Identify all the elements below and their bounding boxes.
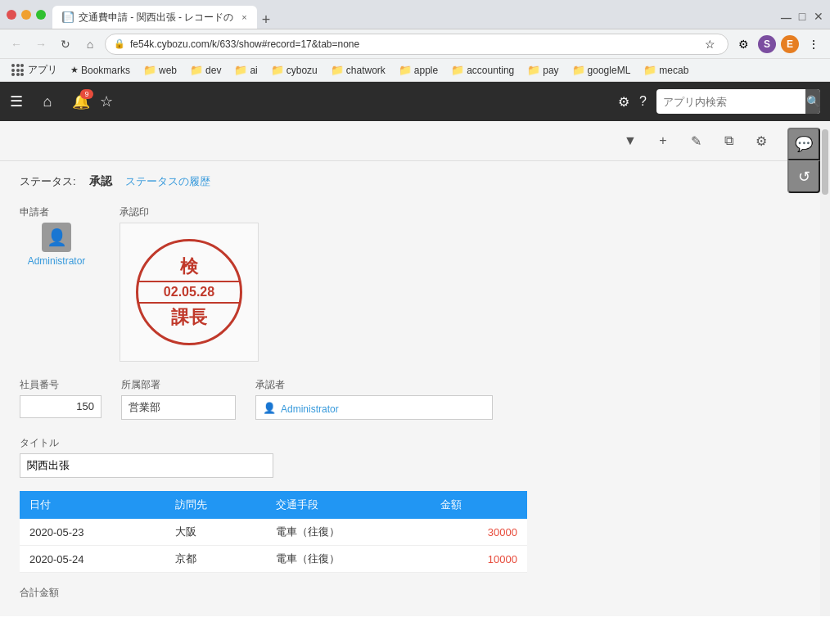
bookmark-mecab[interactable]: 📁 mecab	[638, 62, 693, 78]
chevron-down-icon: ▼	[624, 133, 637, 148]
window-restore-os-button[interactable]: □	[797, 10, 807, 20]
stamp-circle: 検 02.05.28 課長	[136, 239, 242, 345]
department-block: 所属部署 営業部	[121, 378, 236, 420]
favorites-button[interactable]: ☆	[100, 92, 113, 110]
window-close-button[interactable]	[7, 10, 16, 20]
help-button[interactable]: ?	[639, 94, 647, 109]
bookmark-chatwork-label: chatwork	[346, 65, 386, 76]
stamp-date-text: 02.05.28	[138, 281, 240, 304]
bookmark-googleml[interactable]: 📁 googleML	[567, 62, 636, 78]
menu-hamburger-button[interactable]: ☰	[10, 92, 23, 110]
cell-amount-2: 10000	[431, 546, 527, 573]
main-content: 💬 ↺ ▼ + ✎ ⧉ ⚙ ··· ステータス:	[0, 121, 830, 616]
approver-name[interactable]: Administrator	[281, 403, 339, 415]
comment-sidebar-button[interactable]: 💬	[787, 128, 820, 160]
status-history-link[interactable]: ステータスの履歴	[125, 174, 210, 189]
window-close-os-button[interactable]: ✕	[814, 10, 823, 20]
home-button[interactable]: ⌂	[33, 87, 62, 116]
record-settings-button[interactable]: ⚙	[748, 128, 774, 154]
address-bar[interactable]: 🔒 fe54k.cybozu.com/k/633/show#record=17&…	[105, 34, 729, 55]
folder-chatwork-icon: 📁	[331, 64, 344, 76]
edit-button[interactable]: ✎	[683, 128, 709, 154]
profile-e-avatar[interactable]: E	[781, 35, 799, 53]
history-icon: ↺	[798, 168, 810, 186]
dropdown-button[interactable]: ▼	[617, 128, 643, 154]
bookmark-apps[interactable]: アプリ	[7, 61, 62, 79]
window-min-os-button[interactable]: ─	[781, 10, 791, 20]
cell-transport-2: 電車（往復）	[266, 546, 430, 573]
search-input[interactable]	[663, 96, 801, 108]
bookmark-bookmarks-label: Bookmarks	[81, 65, 130, 76]
top-section: 申請者 👤 Administrator 承認印 検 02.05.28 課長	[20, 205, 801, 362]
search-submit-button[interactable]: 🔍	[805, 89, 820, 114]
employee-num-value: 150	[20, 395, 101, 418]
scrollbar[interactable]	[820, 121, 830, 616]
bottom-fields: 社員番号 150 所属部署 営業部 承認者 👤 Administrator	[20, 378, 801, 420]
plus-icon: +	[659, 133, 666, 148]
notification-badge: 9	[80, 89, 93, 99]
department-value: 営業部	[121, 395, 236, 420]
bookmarks-bar: アプリ ★ Bookmarks 📁 web 📁 dev 📁 ai 📁 cyboz…	[0, 59, 830, 82]
applicant-avatar-block: 👤 Administrator	[20, 223, 93, 267]
window-max-button[interactable]	[36, 10, 46, 20]
active-tab[interactable]: 📄 交通費申請 - 関西出張 - レコードの ×	[52, 6, 257, 29]
tab-title: 交通費申請 - 関西出張 - レコードの	[79, 11, 233, 25]
status-value: 承認	[89, 174, 112, 189]
stamp-block: 検 02.05.28 課長	[120, 223, 259, 362]
nav-home-button[interactable]: ⌂	[80, 34, 100, 54]
app-header: ☰ ⌂ 🔔 9 ☆ ⚙ ? 🔍	[0, 82, 830, 121]
bookmark-ai[interactable]: 📁 ai	[229, 62, 262, 78]
bookmark-accounting[interactable]: 📁 accounting	[446, 62, 519, 78]
scrollbar-thumb[interactable]	[822, 129, 828, 195]
tab-close-button[interactable]: ×	[241, 12, 246, 22]
tab-bar: 📄 交通費申請 - 関西出張 - レコードの × +	[52, 0, 774, 29]
cell-destination-2: 京都	[165, 546, 267, 573]
notification-wrapper: 🔔 9	[72, 92, 90, 110]
apps-grid-icon	[11, 64, 24, 76]
search-box[interactable]: 🔍	[656, 89, 820, 114]
nav-forward-button[interactable]: →	[31, 34, 51, 54]
cell-transport-1: 電車（往復）	[266, 519, 430, 546]
browser-menu-button[interactable]: ⋮	[804, 34, 823, 54]
add-button[interactable]: +	[650, 128, 676, 154]
approver-label: 承認者	[255, 378, 493, 392]
user-icon: 👤	[47, 227, 67, 247]
employee-num-block: 社員番号 150	[20, 378, 101, 420]
folder-apple-icon: 📁	[399, 64, 412, 76]
bookmark-cybozu[interactable]: 📁 cybozu	[266, 62, 323, 78]
extensions-button[interactable]: ⚙	[733, 34, 753, 54]
copy-button[interactable]: ⧉	[715, 128, 742, 154]
window-min-button[interactable]	[21, 10, 31, 20]
total-label: 合計金額	[20, 586, 801, 600]
comment-icon: 💬	[795, 135, 813, 153]
title-value: 関西出張	[20, 453, 273, 478]
settings-button[interactable]: ⚙	[618, 94, 629, 110]
bookmark-apple-label: apple	[414, 65, 438, 76]
expense-table: 日付 訪問先 交通手段 金額 2020-05-23 大阪 電車（往復） 3000…	[20, 491, 527, 573]
record-toolbar: ▼ + ✎ ⧉ ⚙ ···	[0, 121, 820, 161]
bookmark-web[interactable]: 📁 web	[138, 62, 182, 78]
bookmark-ai-label: ai	[250, 65, 257, 76]
window-controls	[7, 10, 46, 20]
tab-favicon: 📄	[62, 11, 74, 23]
table-header: 日付 訪問先 交通手段 金額	[20, 491, 527, 519]
bookmark-dev[interactable]: 📁 dev	[185, 62, 226, 78]
cell-amount-1: 30000	[431, 519, 527, 546]
nav-back-button[interactable]: ←	[7, 34, 26, 54]
bookmark-dev-label: dev	[205, 65, 221, 76]
applicant-name[interactable]: Administrator	[28, 255, 86, 267]
history-sidebar-button[interactable]: ↺	[787, 160, 820, 193]
bookmark-googleml-label: googleML	[588, 65, 631, 76]
bookmark-chatwork[interactable]: 📁 chatwork	[326, 62, 390, 78]
new-tab-button[interactable]: +	[257, 11, 276, 29]
nav-reload-button[interactable]: ↻	[56, 34, 75, 54]
folder-web-icon: 📁	[143, 64, 156, 76]
bookmark-apple[interactable]: 📁 apple	[394, 62, 443, 78]
browser-navbar: ← → ↻ ⌂ 🔒 fe54k.cybozu.com/k/633/show#re…	[0, 29, 830, 59]
cell-destination-1: 大阪	[165, 519, 267, 546]
folder-cybozu-icon: 📁	[271, 64, 284, 76]
bookmark-bookmarks[interactable]: ★ Bookmarks	[65, 63, 135, 78]
bookmark-pay[interactable]: 📁 pay	[522, 62, 563, 78]
bookmark-star-button[interactable]: ☆	[700, 34, 719, 54]
profile-s-avatar[interactable]: S	[758, 35, 776, 53]
